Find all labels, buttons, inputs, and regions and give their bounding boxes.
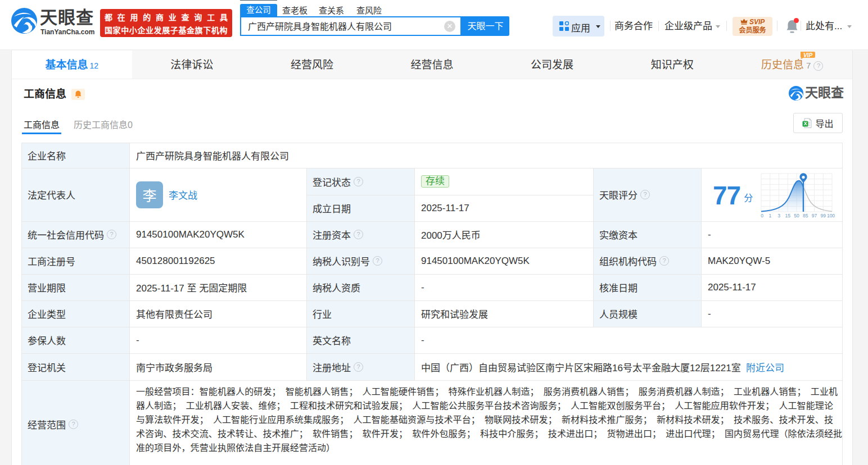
svg-text:0: 0 bbox=[761, 213, 763, 218]
svg-text:1: 1 bbox=[768, 213, 771, 218]
svg-text:85: 85 bbox=[803, 213, 808, 218]
svg-text:15: 15 bbox=[785, 213, 791, 218]
svg-text:100: 100 bbox=[827, 213, 835, 218]
svg-text:99: 99 bbox=[821, 213, 826, 218]
svg-text:97: 97 bbox=[812, 213, 817, 218]
svg-text:VIP: VIP bbox=[803, 52, 812, 58]
svg-text:3: 3 bbox=[777, 213, 780, 218]
svg-text:X: X bbox=[804, 121, 807, 126]
svg-text:50: 50 bbox=[794, 213, 799, 218]
